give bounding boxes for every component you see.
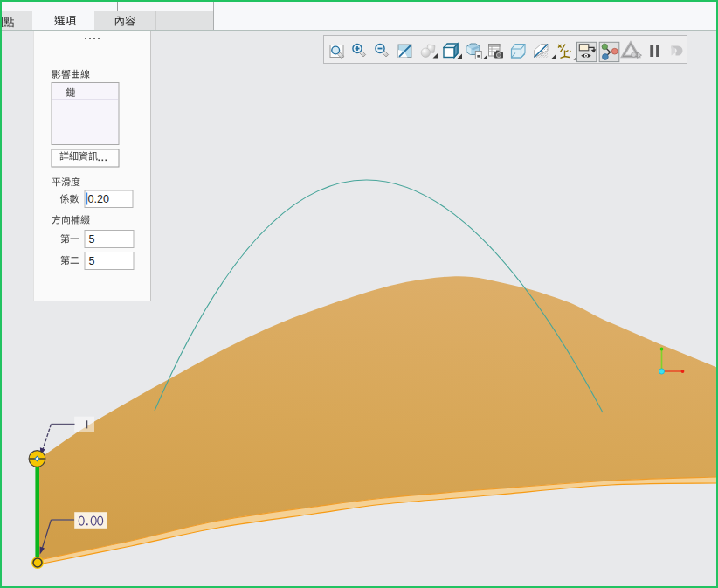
svg-text:5: 5 (89, 233, 95, 246)
svg-text:5: 5 (89, 255, 95, 267)
svg-text:0.20: 0.20 (88, 193, 109, 205)
